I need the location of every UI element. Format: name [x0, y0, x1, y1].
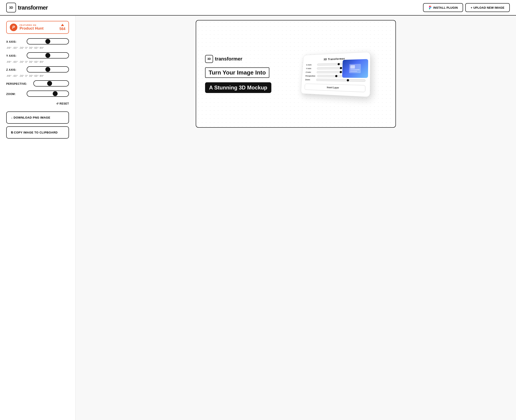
ph-product-name: Product Hunt — [20, 26, 44, 31]
subheadline-box: A Stunning 3D Mockup — [205, 82, 271, 93]
ph-left: P FEATURED ON Product Hunt — [10, 23, 44, 31]
z-axis-slider[interactable] — [27, 66, 69, 73]
card-mini-thumb-x — [338, 63, 340, 65]
z-axis-ticks: -89° -60° -30° 0° 30° 60° 89° — [6, 75, 69, 77]
zoom-slider-wrapper — [27, 90, 69, 98]
logo-box-text: 3D — [9, 6, 13, 9]
card-3d-image — [342, 59, 368, 78]
upload-new-image-button[interactable]: + UPLOAD NEW IMAGE — [465, 3, 510, 12]
x-axis-control: X AXIS: -89° -60° -30° 0° 30° 60° 89° — [6, 38, 69, 49]
card-zoom-label: Zoom: — [305, 79, 315, 81]
x-axis-slider-wrapper — [27, 38, 69, 45]
install-plugin-button[interactable]: INSTALL PLUGIN — [423, 3, 463, 12]
canvas-content: 3D transformer Turn Your Image Into A St… — [196, 21, 396, 127]
reset-label: ↺ RESET — [56, 102, 69, 105]
card-x-label: X Axis: — [306, 64, 316, 66]
card-perspective-label: Perspective: — [305, 75, 316, 77]
reset-row: ↺ RESET — [6, 102, 69, 105]
card-mini-slider-zoom — [316, 79, 366, 82]
perspective-slider[interactable] — [33, 80, 69, 87]
zoom-slider[interactable] — [27, 90, 69, 97]
zoom-control: ZOOM: — [6, 90, 69, 98]
subheadline-text: A Stunning 3D Mockup — [209, 84, 267, 90]
svg-rect-1 — [350, 65, 355, 68]
action-buttons: ↓ DOWNLOAD PNG IMAGE ⎘ COPY IMAGE TO CLI… — [6, 112, 69, 139]
perspective-row: PERSPECTIVE: — [6, 80, 69, 87]
card-mini-thumb-perspective — [335, 75, 337, 77]
reset-button[interactable]: ↺ RESET — [56, 102, 69, 105]
main-layout: P FEATURED ON Product Hunt 564 X AXIS: — [0, 15, 516, 420]
y-axis-ticks: -89° -60° -30° 0° 30° 60° 89° — [6, 61, 69, 63]
ph-text: FEATURED ON Product Hunt — [20, 24, 44, 31]
y-axis-control: Y AXIS: -89° -60° -30° 0° 30° 60° 89° — [6, 52, 69, 63]
preview-logo-box-text: 3D — [207, 57, 211, 60]
card-insert-btn: Insert Layer — [305, 83, 366, 92]
card-3d: 3D Transformer X Axis: Y Axis: — [301, 52, 371, 97]
figma-icon — [428, 6, 432, 9]
headline-box: Turn Your Image Into — [205, 68, 269, 78]
x-axis-label: X AXIS: — [6, 40, 24, 43]
card-z-label: Z Axis: — [306, 71, 315, 73]
card-image-svg — [348, 62, 362, 74]
card-3d-wrap: 3D Transformer X Axis: Y Axis: — [280, 53, 387, 95]
z-axis-slider-wrapper — [27, 66, 69, 73]
perspective-control: PERSPECTIVE: — [6, 80, 69, 87]
x-axis-slider[interactable] — [27, 38, 69, 45]
z-axis-control: Z AXIS: -89° -60° -30° 0° 30° 60° 89° — [6, 66, 69, 77]
install-plugin-label: INSTALL PLUGIN — [433, 6, 458, 9]
ph-triangle-icon — [61, 24, 64, 26]
ph-votes: 564 — [59, 24, 65, 31]
z-axis-row: Z AXIS: — [6, 66, 69, 73]
copy-clipboard-button[interactable]: ⎘ COPY IMAGE TO CLIPBOARD — [6, 126, 69, 139]
header: 3D transformer INSTALL PLUGIN + UPLOAD N… — [0, 0, 516, 15]
upload-new-image-label: + UPLOAD NEW IMAGE — [471, 6, 504, 9]
card-mini-thumb-zoom — [347, 79, 349, 82]
card-mini-thumb-y — [340, 67, 342, 69]
card-y-label: Y Axis: — [306, 67, 315, 69]
canvas-container: 3D transformer Turn Your Image Into A St… — [196, 20, 396, 128]
logo-text: transformer — [18, 4, 48, 11]
x-axis-ticks: -89° -60° -30° 0° 30° 60° 89° — [6, 47, 69, 49]
axis-controls: X AXIS: -89° -60° -30° 0° 30° 60° 89° Y … — [6, 38, 69, 98]
header-buttons: INSTALL PLUGIN + UPLOAD NEW IMAGE — [423, 3, 510, 12]
perspective-slider-wrapper — [33, 80, 69, 87]
logo-area: 3D transformer — [6, 3, 48, 12]
logo-box: 3D — [6, 3, 16, 12]
preview-logo: 3D transformer — [205, 55, 242, 63]
zoom-label: ZOOM: — [6, 93, 24, 96]
y-axis-slider[interactable] — [27, 52, 69, 59]
perspective-label: PERSPECTIVE: — [6, 82, 31, 85]
x-axis-row: X AXIS: — [6, 38, 69, 45]
download-label: ↓ DOWNLOAD PNG IMAGE — [11, 116, 50, 119]
y-axis-label: Y AXIS: — [6, 54, 24, 57]
ph-vote-count: 564 — [59, 27, 65, 31]
download-png-button[interactable]: ↓ DOWNLOAD PNG IMAGE — [6, 112, 69, 124]
z-axis-label: Z AXIS: — [6, 68, 24, 71]
ph-icon: P — [10, 23, 17, 31]
product-hunt-badge[interactable]: P FEATURED ON Product Hunt 564 — [6, 21, 69, 34]
y-axis-slider-wrapper — [27, 52, 69, 60]
card-row-zoom: Zoom: — [305, 79, 366, 82]
card-mini-thumb-z — [340, 71, 342, 73]
y-axis-row: Y AXIS: — [6, 52, 69, 60]
canvas-left-content: 3D transformer Turn Your Image Into A St… — [205, 55, 271, 93]
headline-text: Turn Your Image Into — [209, 69, 266, 76]
canvas-area: 3D transformer Turn Your Image Into A St… — [76, 15, 516, 420]
preview-logo-text: transformer — [215, 56, 242, 62]
preview-logo-box: 3D — [205, 55, 213, 63]
card-image-inner — [342, 59, 368, 78]
sidebar: P FEATURED ON Product Hunt 564 X AXIS: — [0, 15, 76, 420]
ph-featured-label: FEATURED ON — [20, 24, 44, 26]
zoom-row: ZOOM: — [6, 90, 69, 98]
copy-label: ⎘ COPY IMAGE TO CLIPBOARD — [11, 131, 58, 134]
